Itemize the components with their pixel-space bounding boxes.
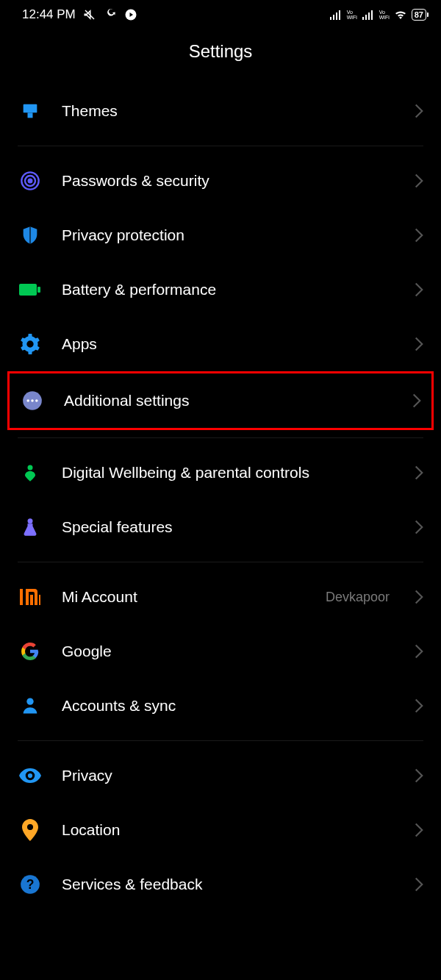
settings-item-google[interactable]: Google: [0, 624, 441, 679]
eye-icon: [18, 763, 43, 788]
svg-point-19: [31, 399, 34, 402]
chevron-right-icon: [415, 520, 423, 534]
item-label: Special features: [62, 518, 395, 536]
fingerprint-icon: [18, 168, 43, 193]
svg-point-21: [28, 465, 33, 471]
svg-rect-10: [24, 104, 37, 113]
battery-level: 87: [415, 10, 423, 19]
chevron-right-icon: [415, 104, 423, 118]
wifi-icon: [394, 8, 407, 21]
play-icon: [124, 8, 137, 21]
item-label: Battery & performance: [62, 281, 395, 298]
divider: [18, 740, 423, 741]
settings-item-special[interactable]: Special features: [0, 500, 441, 554]
item-label: Services & feedback: [62, 876, 395, 893]
chevron-right-icon: [415, 282, 423, 297]
chevron-right-icon: [415, 465, 423, 480]
svg-rect-3: [333, 15, 334, 20]
chevron-right-icon: [415, 228, 423, 243]
shield-icon: [18, 223, 43, 248]
mute-icon: [83, 8, 96, 21]
settings-item-apps[interactable]: Apps: [0, 317, 441, 371]
item-label: Additional settings: [64, 392, 393, 409]
item-label: Accounts & sync: [62, 697, 395, 715]
chevron-right-icon: [415, 877, 423, 892]
item-label: Themes: [62, 102, 395, 120]
flask-icon: [18, 515, 43, 540]
settings-item-location[interactable]: Location: [0, 803, 441, 857]
svg-rect-7: [365, 15, 367, 20]
svg-point-18: [26, 399, 29, 402]
vowifi-label-2: VoWiFi: [379, 10, 390, 20]
status-left: 12:44 PM: [22, 7, 137, 22]
more-icon: [20, 388, 45, 413]
signal-icon-2: [362, 8, 375, 21]
person-icon: [18, 693, 43, 718]
chevron-right-icon: [415, 590, 423, 604]
item-label: Google: [62, 643, 395, 660]
wellbeing-icon: [18, 460, 43, 485]
svg-rect-15: [19, 284, 37, 296]
settings-item-passwords[interactable]: Passwords & security: [0, 154, 441, 208]
item-value: Devkapoor: [326, 590, 390, 605]
svg-point-20: [35, 399, 38, 402]
settings-item-themes[interactable]: Themes: [0, 84, 441, 138]
svg-rect-16: [37, 287, 40, 293]
settings-item-privacy-protection[interactable]: Privacy protection: [0, 208, 441, 262]
settings-item-wellbeing[interactable]: Digital Wellbeing & parental controls: [0, 446, 441, 500]
item-label: Privacy: [62, 767, 395, 784]
settings-item-services[interactable]: ? Services & feedback: [0, 857, 441, 912]
sync-icon: [104, 8, 117, 21]
svg-rect-11: [28, 112, 33, 118]
svg-rect-5: [339, 10, 340, 20]
chevron-right-icon: [412, 393, 421, 408]
vowifi-label-1: VoWiFi: [347, 10, 357, 20]
item-label: Mi Account: [62, 588, 306, 606]
settings-item-accounts-sync[interactable]: Accounts & sync: [0, 679, 441, 733]
mi-logo-icon: [18, 584, 43, 609]
settings-item-additional[interactable]: Additional settings: [10, 373, 431, 428]
status-time: 12:44 PM: [22, 7, 76, 22]
svg-rect-8: [368, 12, 370, 20]
svg-point-26: [28, 825, 33, 830]
settings-item-mi-account[interactable]: Mi Account Devkapoor: [0, 570, 441, 624]
status-bar: 12:44 PM VoWiFi VoWiFi 87: [0, 0, 441, 28]
divider: [18, 562, 423, 562]
status-right: VoWiFi VoWiFi 87: [329, 8, 426, 21]
help-icon: ?: [18, 872, 43, 897]
svg-rect-9: [371, 10, 373, 20]
chevron-right-icon: [415, 337, 423, 351]
themes-icon: [18, 99, 43, 124]
page-title: Settings: [0, 28, 441, 84]
svg-text:?: ?: [26, 877, 35, 892]
signal-icon-1: [329, 8, 343, 21]
settings-item-battery[interactable]: Battery & performance: [0, 262, 441, 317]
item-label: Privacy protection: [62, 226, 395, 244]
svg-rect-23: [30, 595, 33, 605]
svg-rect-4: [336, 12, 337, 20]
divider: [18, 437, 423, 438]
chevron-right-icon: [415, 823, 423, 837]
highlight-annotation: Additional settings: [7, 371, 434, 430]
battery-icon: [18, 277, 43, 302]
chevron-right-icon: [415, 174, 423, 188]
chevron-right-icon: [415, 698, 423, 713]
google-logo-icon: [18, 639, 43, 664]
chevron-right-icon: [415, 644, 423, 659]
svg-rect-6: [362, 17, 364, 20]
location-pin-icon: [18, 818, 43, 843]
item-label: Passwords & security: [62, 172, 395, 190]
item-label: Apps: [62, 335, 395, 353]
svg-rect-2: [330, 17, 331, 20]
gear-icon: [18, 332, 43, 357]
chevron-right-icon: [415, 768, 423, 783]
settings-item-privacy[interactable]: Privacy: [0, 748, 441, 803]
svg-point-25: [28, 773, 32, 778]
svg-point-14: [29, 179, 32, 183]
item-label: Location: [62, 821, 395, 839]
svg-point-22: [28, 518, 33, 523]
item-label: Digital Wellbeing & parental controls: [62, 464, 395, 482]
svg-point-24: [26, 698, 33, 705]
divider: [18, 146, 423, 146]
battery-indicator: 87: [412, 9, 426, 21]
